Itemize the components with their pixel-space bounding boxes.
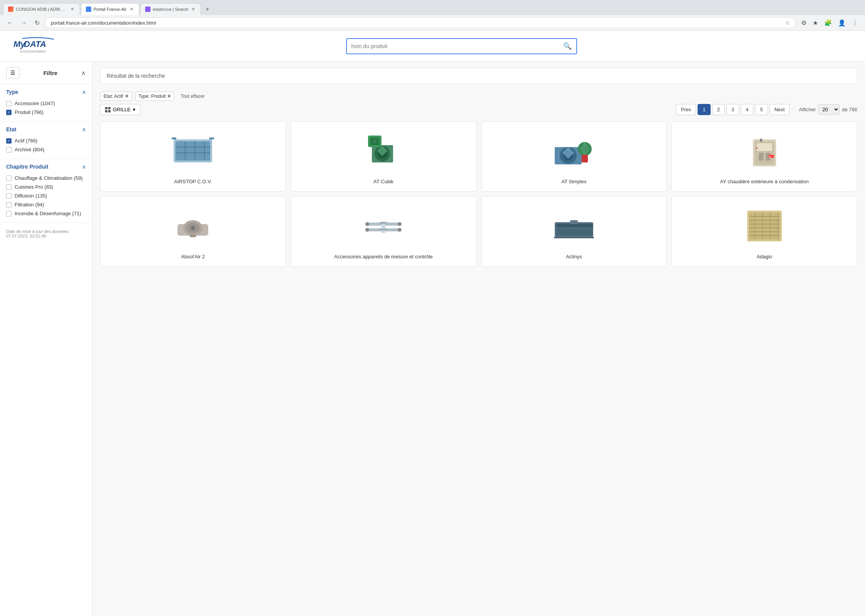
show-select[interactable]: 20 50 100 xyxy=(818,104,840,115)
filter-diffusion-label: Diffusion (135) xyxy=(15,193,47,199)
product-card-airstop[interactable]: AIRSTOP C.O.V. xyxy=(100,121,286,192)
checkbox-actif[interactable]: ✓ xyxy=(6,138,12,144)
checkbox-cuisines[interactable] xyxy=(6,184,12,190)
svg-point-46 xyxy=(398,222,402,226)
svg-text:Documentation: Documentation xyxy=(20,49,46,54)
show-label: Afficher xyxy=(799,107,816,112)
new-tab-button[interactable]: + xyxy=(202,3,213,15)
filter-incendie-label: Incendie & Désenfumage (71) xyxy=(15,211,81,216)
extension-icon-2[interactable]: ★ xyxy=(810,18,820,28)
svg-point-41 xyxy=(192,227,194,229)
filter-diffusion[interactable]: Diffusion (135) xyxy=(6,191,86,200)
sidebar-footer-text: Date de mise à jour des données:07.07.20… xyxy=(6,229,70,238)
hamburger-icon: ☰ xyxy=(10,70,15,76)
search-bar[interactable]: 🔍 xyxy=(346,38,577,54)
star-icon[interactable]: ☆ xyxy=(785,20,790,26)
tab-close-conigon[interactable]: ✕ xyxy=(70,7,75,12)
product-card-absolair[interactable]: Absol'Air 2 xyxy=(100,196,286,267)
clear-all-button[interactable]: Tout effacer xyxy=(177,92,207,100)
logo-svg: My DATA Documentation xyxy=(12,35,62,57)
svg-rect-56 xyxy=(570,220,578,224)
address-icons: ☆ xyxy=(785,20,790,26)
search-input[interactable] xyxy=(351,43,560,49)
tab-elasticvue[interactable]: elasticvue | Search ✕ xyxy=(140,3,201,15)
back-button[interactable]: ← xyxy=(5,18,15,28)
filter-tag-etat: Etat: Actif ✕ xyxy=(100,92,132,101)
svg-rect-57 xyxy=(554,237,594,238)
product-card-actinys[interactable]: Actinys xyxy=(481,196,667,267)
main-layout: ☰ Filtre ∧ Type ∧ Accessoire (1047) ✓ Pr… xyxy=(0,62,865,616)
filter-filtration[interactable]: Filtration (94) xyxy=(6,200,86,209)
browser-chrome: CONIGON ADIB | ADIB Config ✕ Portail Fra… xyxy=(0,0,865,31)
product-card-atcubik[interactable]: AT Cubik xyxy=(291,121,477,192)
filter-section-type-header[interactable]: Type ∧ xyxy=(6,89,86,95)
svg-text:DATA: DATA xyxy=(24,39,46,49)
tab-label-elasticvue: elasticvue | Search xyxy=(153,7,189,12)
tab-close-elasticvue[interactable]: ✕ xyxy=(191,7,196,12)
grid-view-button[interactable]: GRILLE ▾ xyxy=(100,104,141,115)
forward-button[interactable]: → xyxy=(18,18,29,28)
profile-icon[interactable]: 👤 xyxy=(836,18,848,28)
checkbox-produit[interactable]: ✓ xyxy=(6,110,12,115)
active-filters: Etat: Actif ✕ Type: Produit ✕ Tout effac… xyxy=(100,89,857,104)
sidebar-hamburger-button[interactable]: ☰ xyxy=(6,67,20,79)
product-card-aychaudiere[interactable]: ● ■ AY chaudière extérieure à condensati… xyxy=(671,121,857,192)
page-1-button[interactable]: 1 xyxy=(698,104,710,115)
tab-conigon[interactable]: CONIGON ADIB | ADIB Config ✕ xyxy=(3,3,80,15)
filter-chauffage[interactable]: Chauffage & Climatisation (59) xyxy=(6,174,86,182)
page-5-button[interactable]: 5 xyxy=(755,104,768,115)
svg-rect-55 xyxy=(557,229,593,236)
filter-tag-etat-remove[interactable]: ✕ xyxy=(125,94,129,99)
filter-actif[interactable]: ✓ Actif (766) xyxy=(6,136,86,145)
filter-cuisines[interactable]: Cuisines Pro (83) xyxy=(6,182,86,191)
filter-archive[interactable]: Archivé (804) xyxy=(6,145,86,154)
product-card-accessoires[interactable]: Accessoires appareils de mesure et contr… xyxy=(291,196,477,267)
grid-controls: GRILLE ▾ Prev 1 2 3 4 5 Next Afficher 20… xyxy=(100,104,857,115)
checkbox-diffusion[interactable] xyxy=(6,193,12,199)
filter-tag-type-remove[interactable]: ✕ xyxy=(167,94,171,99)
filter-accessoire[interactable]: Accessoire (1047) xyxy=(6,99,86,108)
page-2-button[interactable]: 2 xyxy=(712,104,725,115)
svg-text:■: ■ xyxy=(769,156,771,158)
page-4-button[interactable]: 4 xyxy=(741,104,753,115)
sidebar-collapse-button[interactable]: ∧ xyxy=(81,69,86,77)
main-content: Résultat de la recherche Etat: Actif ✕ T… xyxy=(92,62,865,616)
filter-section-chapitre-header[interactable]: Chapitre Produit ∧ xyxy=(6,164,86,170)
tab-close-portail[interactable]: ✕ xyxy=(129,7,134,12)
address-bar-row: ← → ↻ portail.france-air.com/documentati… xyxy=(0,15,865,30)
next-button[interactable]: Next xyxy=(770,104,790,115)
product-card-adagio[interactable]: Adagio xyxy=(671,196,857,267)
checkbox-accessoire[interactable] xyxy=(6,101,12,106)
svg-rect-27 xyxy=(582,155,588,162)
search-button[interactable]: 🔍 xyxy=(563,42,572,50)
filter-incendie[interactable]: Incendie & Désenfumage (71) xyxy=(6,209,86,218)
filter-cuisines-label: Cuisines Pro (83) xyxy=(15,184,53,190)
page-3-button[interactable]: 3 xyxy=(726,104,739,115)
filter-tag-type-label: Type: Produit xyxy=(139,94,166,99)
extension-icon-1[interactable]: ⚙ xyxy=(799,18,809,28)
checkbox-chauffage[interactable] xyxy=(6,176,12,181)
prev-button[interactable]: Prev xyxy=(676,104,696,115)
address-bar[interactable]: portail.france-air.com/documentation/ind… xyxy=(45,17,796,28)
checkbox-filtration[interactable] xyxy=(6,202,12,208)
svg-text:●: ● xyxy=(756,146,758,150)
filter-section-type: Type ∧ Accessoire (1047) ✓ Produit (766) xyxy=(0,84,92,122)
extension-icon-3[interactable]: 🧩 xyxy=(822,18,834,28)
filter-chapitre-scroll[interactable]: Chauffage & Climatisation (59) Cuisines … xyxy=(6,174,86,218)
tab-portail[interactable]: Portail France-Air ✕ xyxy=(81,3,139,15)
product-card-atsimplex[interactable]: AT Simplex xyxy=(481,121,667,192)
filter-section-etat-header[interactable]: Etat ∧ xyxy=(6,126,86,132)
menu-icon[interactable]: ⋮ xyxy=(850,18,860,28)
reload-button[interactable]: ↻ xyxy=(32,18,42,28)
filter-type-arrow: ∧ xyxy=(82,89,86,95)
product-image-area-aychaudiere: ● ■ xyxy=(738,128,791,174)
checkbox-archive[interactable] xyxy=(6,147,12,152)
product-image-atsimplex xyxy=(551,132,597,170)
svg-rect-31 xyxy=(759,153,763,161)
product-name-aychaudiere: AY chaudière extérieure à condensation xyxy=(720,179,809,185)
pagination: Prev 1 2 3 4 5 Next xyxy=(676,104,790,115)
svg-rect-6 xyxy=(108,110,110,112)
filter-produit[interactable]: ✓ Produit (766) xyxy=(6,108,86,117)
checkbox-incendie[interactable] xyxy=(6,211,12,216)
filter-chapitre-arrow: ∧ xyxy=(82,164,86,170)
